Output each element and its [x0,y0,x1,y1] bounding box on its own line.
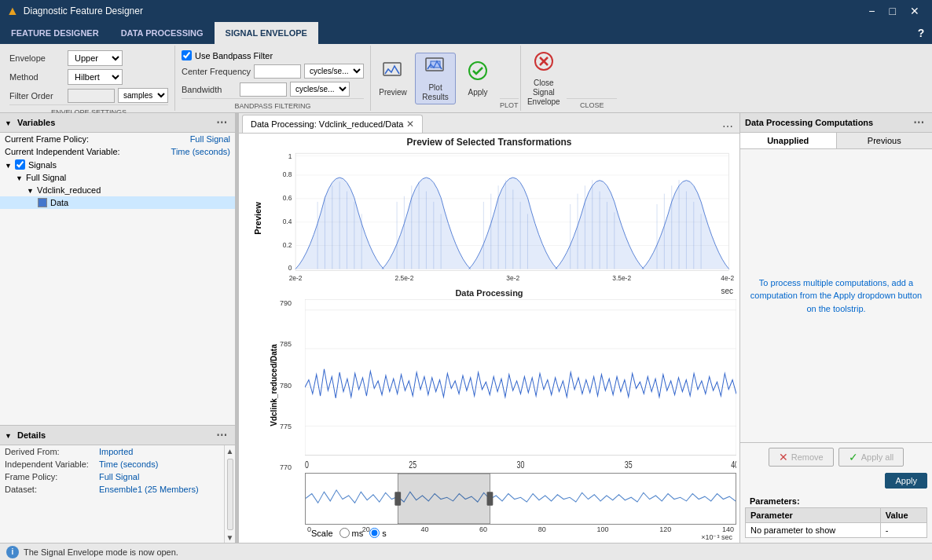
main-svg: 20 25 30 35 40 [305,299,736,471]
frame-policy-label: Current Frame Policy: [5,134,89,144]
main-chart[interactable]: 20 25 30 35 40 790 785 780 775 770 ×10 [305,299,736,471]
variables-menu-button[interactable]: ⋯ [213,116,230,129]
derived-from-label: Derived From: [5,447,99,456]
details-menu-button[interactable]: ⋯ [213,429,230,441]
variables-title: Variables [17,118,55,127]
apply-icon [467,60,489,86]
preview-chart[interactable]: 0 0.2 0.4 0.6 0.8 1 2e-2 [273,149,736,287]
preview-icon [382,60,404,86]
svg-text:40: 40 [731,459,736,470]
vdclink-collapse-icon [27,185,34,195]
svg-text:2e-2: 2e-2 [289,273,303,281]
tab-signal-envelope[interactable]: SIGNAL ENVELOPE [215,22,318,44]
help-button[interactable]: ? [910,22,932,44]
svg-text:25: 25 [409,459,416,470]
data-row[interactable]: Data [0,196,235,209]
preview-label: Preview [379,88,407,97]
indep-var-detail-row: Independent Variable: Time (seconds) [0,458,224,470]
dataset-value: Ensemble1 (25 Members) [99,485,199,494]
full-signal-collapse-icon [16,173,23,182]
frame-policy-value: Full Signal [190,134,230,144]
maximize-button[interactable]: □ [883,3,902,19]
variables-section: Variables ⋯ Current Frame Policy: Full S… [0,113,235,425]
rp-apply-button[interactable]: Apply [885,473,927,489]
signals-label: Signals [28,160,57,170]
close-signal-envelope-button[interactable]: CloseSignal Envelope [523,49,565,108]
right-panel: Data Processing Computations ⋯ Unapplied… [739,113,932,543]
mini-chart-container: 020406080100120140 ×10⁻³ sec [242,471,736,526]
param-header-parameter: Parameter [746,508,881,523]
tab-menu-button[interactable]: ⋯ [719,120,736,133]
preview-button[interactable]: Preview [372,58,413,99]
main-y-ticks: 790 785 780 775 770 [280,299,292,471]
tab-data-processing[interactable]: DATA PROCESSING [110,22,215,44]
svg-text:3e-2: 3e-2 [506,273,519,281]
plot-results-label: PlotResults [422,83,448,102]
right-panel-menu-button[interactable]: ⋯ [910,116,927,129]
indep-var-label: Current Independent Variable: [5,147,120,156]
frame-policy-detail-label: Frame Policy: [5,472,99,481]
svg-text:0: 0 [288,264,292,272]
center-freq-input[interactable]: 2000 [254,64,301,79]
remove-button[interactable]: ✕ Remove [769,448,834,467]
svg-rect-0 [383,63,401,75]
preview-y-label-container: Preview [242,149,273,287]
apply-button[interactable]: Apply [457,58,498,99]
center-freq-unit[interactable]: cycles/se... [304,64,364,79]
svg-text:3.5e-2: 3.5e-2 [612,273,631,281]
svg-text:4e-2: 4e-2 [721,273,734,281]
variables-header[interactable]: Variables ⋯ [0,113,235,133]
signals-checkbox[interactable] [15,159,25,170]
full-signal-row[interactable]: Full Signal [0,171,235,184]
mini-x-ticks: 020406080100120140 [306,525,736,533]
indep-var-detail-value: Time (seconds) [99,459,158,469]
main-chart-container: Vdclink_reduced/Data 20 [242,299,736,471]
svg-rect-72 [394,492,401,505]
method-select[interactable]: HilbertPeak [68,69,123,85]
app-icon: ▲ [6,4,19,18]
preview-x-unit: sec [273,287,736,295]
mini-chart[interactable]: 020406080100120140 ×10⁻³ sec [305,473,736,525]
apply-all-button[interactable]: ✓ Apply all [838,448,904,467]
tab-close-button[interactable]: ✕ [406,119,414,130]
right-panel-title: Data Processing Computations [745,118,873,127]
scroll-up-button[interactable]: ▲ [225,445,235,457]
close-section-label: CLOSE [567,98,617,109]
derived-from-value: Imported [99,447,133,456]
left-panel: Variables ⋯ Current Frame Policy: Full S… [0,113,236,543]
details-collapse-icon [5,430,12,440]
use-bandpass-label[interactable]: Use Bandpass Filter [195,51,273,60]
tab-label: Data Processing: Vdclink_reduced/Data [251,119,403,129]
details-header[interactable]: Details ⋯ [0,426,235,445]
indep-var-row: Current Independent Variable: Time (seco… [0,145,235,158]
main-content: Variables ⋯ Current Frame Policy: Full S… [0,113,932,543]
signals-row[interactable]: Signals [0,158,235,171]
envelope-select[interactable]: UpperLowerBoth [68,50,123,66]
svg-text:0.2: 0.2 [283,240,292,248]
statusbar: i The Signal Envelope mode is now open. [0,543,932,560]
ribbon-close-section: CloseSignal Envelope CLOSE [521,46,619,111]
center-panel: Data Processing: Vdclink_reduced/Data ✕ … [239,113,739,543]
close-button[interactable]: ✕ [904,3,926,19]
scroll-down-button[interactable]: ▼ [225,532,235,543]
data-processing-tab[interactable]: Data Processing: Vdclink_reduced/Data ✕ [242,115,423,133]
param-header-value: Value [880,508,926,523]
bandwidth-input[interactable]: 200 [240,82,287,97]
parameters-section-title: Parameters: [745,493,927,507]
plot-results-button[interactable]: PlotResults [415,53,456,104]
preview-chart-container: Preview 0 0.2 0.4 0.6 0.8 1 [242,149,736,287]
filter-order-label: Filter Order [9,91,64,101]
vdclink-row[interactable]: Vdclink_reduced [0,184,235,196]
close-signal-envelope-icon [533,50,555,77]
bandwidth-unit[interactable]: cycles/se... [290,82,350,97]
tab-previous[interactable]: Previous [837,133,933,148]
tab-unapplied[interactable]: Unapplied [740,133,837,148]
minimize-button[interactable]: − [862,3,881,19]
tab-feature-designer[interactable]: FEATURE DESIGNER [0,22,110,44]
svg-point-3 [469,62,486,79]
data-label: Data [50,198,68,207]
plot-section-label: PLOT [500,98,519,109]
use-bandpass-checkbox[interactable] [182,50,192,60]
ribbon-bandpass-filtering: Use Bandpass Filter Center Frequency 200… [175,46,371,111]
mini-x-unit: ×10⁻³ sec [306,533,736,541]
